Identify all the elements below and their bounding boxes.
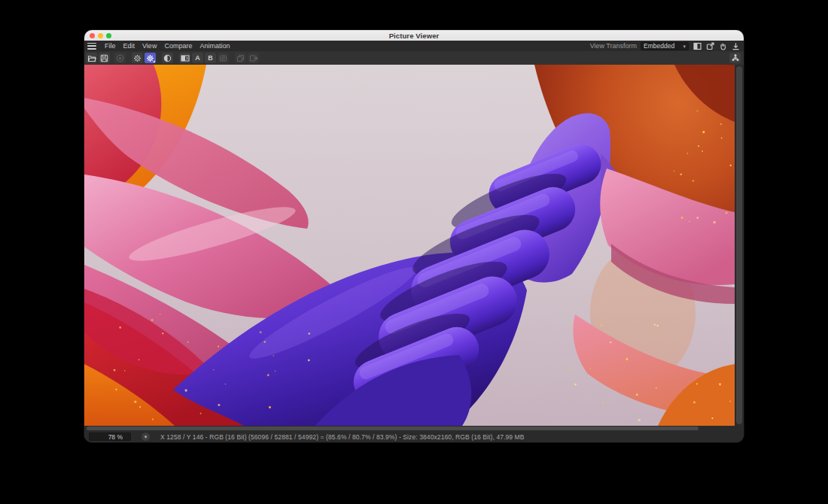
contrast-icon [163,54,172,62]
version-a-button[interactable]: A [192,53,203,63]
chevron-down-icon: ▾ [683,44,686,49]
contrast-button[interactable] [162,53,173,63]
titlebar[interactable]: Picture Viewer [84,30,744,41]
flyout-corner-icon [153,60,155,62]
menu-file[interactable]: File [101,42,120,50]
ab-compare-button[interactable] [179,53,190,63]
chevron-down-icon: ▾ [145,434,148,440]
folder-icon [87,54,96,62]
pan-hand-icon[interactable] [718,41,727,50]
box-arrow-icon [249,54,258,62]
status-bar: ▾ X 1258 / Y 146 - RGB (16 Bit) (56096 /… [84,431,744,442]
toolbar: A B [84,51,744,65]
swap-versions-button [218,53,229,63]
node-material-icon [731,53,740,62]
gear-x-icon [133,54,142,62]
open-folder-button[interactable] [86,53,97,63]
menu-bar: File Edit View Compare Animation View Tr… [84,41,744,51]
pixel-info-text: X 1258 / Y 146 - RGB (16 Bit) (56096 / 5… [160,433,525,441]
version-b-button[interactable]: B [205,53,216,63]
download-icon[interactable] [731,41,740,50]
rendered-image [84,65,735,426]
image-canvas[interactable] [84,65,735,426]
close-circle-icon [116,54,124,62]
save-button[interactable] [99,53,110,63]
zoom-preset-dropdown[interactable]: ▾ [142,433,150,441]
node-material-button[interactable] [729,53,741,63]
copy-layers-button [235,53,246,63]
close-result-button [114,53,126,63]
layers-copy-icon [236,54,245,62]
horizontal-scrollbar[interactable] [84,426,735,431]
version-a-label: A [195,54,200,62]
export-button [248,53,259,63]
view-transform-dropdown[interactable]: Embedded ▾ [641,42,689,50]
vertical-scrollbar-thumb[interactable] [736,66,742,424]
horizontal-scrollbar-thumb[interactable] [87,427,699,430]
ab-split-icon [181,54,190,62]
vertical-scrollbar[interactable] [735,65,744,426]
render-settings-button[interactable] [132,53,143,63]
save-icon [100,54,108,62]
view-transform-label: View Transform [590,42,637,50]
zoom-level-input[interactable] [89,433,131,441]
scrollbar-corner [735,426,744,431]
palette-menu-icon[interactable] [87,43,96,50]
filter-settings-button[interactable] [145,53,156,63]
window-title: Picture Viewer [84,32,744,40]
desktop-background: Picture Viewer File Edit View Compare An… [0,0,828,504]
view-transform-value: Embedded [644,42,674,50]
picture-viewer-window: Picture Viewer File Edit View Compare An… [84,30,744,442]
version-b-label: B [208,54,213,62]
swap-icon [219,54,227,62]
menu-animation[interactable]: Animation [196,42,233,50]
split-view-icon[interactable] [693,41,702,50]
open-external-icon[interactable] [705,41,714,50]
menu-edit[interactable]: Edit [120,42,139,50]
menu-view[interactable]: View [139,42,160,50]
menu-compare[interactable]: Compare [160,42,196,50]
